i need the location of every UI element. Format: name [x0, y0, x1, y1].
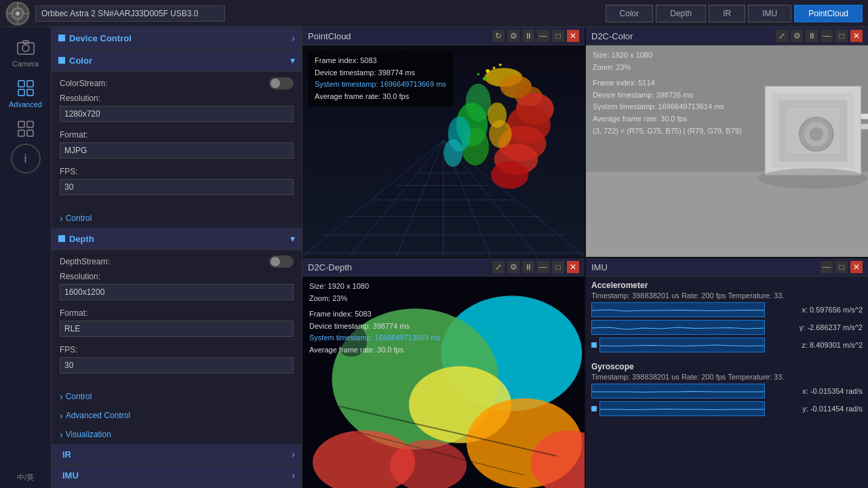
accel-z-value: z: 8.409301 m/s^2	[768, 341, 863, 349]
color-resolution-select[interactable]: 868x488	[60, 106, 294, 122]
sidebar-item-camera[interactable]: Camera	[5, 33, 46, 73]
svg-point-38	[491, 161, 529, 189]
gyro-x-graph	[591, 384, 765, 399]
d2c-color-minimize-btn[interactable]: —	[821, 30, 833, 42]
pointcloud-panel-controls: ↻ ⚙ ⏸ — □ ✕	[492, 30, 579, 42]
svg-rect-11	[27, 81, 33, 87]
d2c-depth-maximize-btn[interactable]: □	[552, 261, 564, 273]
d2c-color-panel-controls: ⤢ ⚙ ⏸ — □ ✕	[776, 30, 863, 42]
color-fps-label: FPS:	[60, 167, 294, 176]
d2c-color-panel-title: D2C-Color	[591, 31, 772, 41]
device-selector[interactable]: Orbbec Astra 2 SN#AARJ33D005F USB3.0	[35, 5, 225, 22]
depth-section-header[interactable]: Depth ▾	[52, 228, 302, 250]
imu-maximize-btn[interactable]: □	[835, 261, 848, 273]
depth-stream-toggle[interactable]	[269, 256, 294, 268]
d2c-color-frame-index: Frame index: 5114	[593, 77, 742, 89]
d2c-depth-minimize-btn[interactable]: —	[537, 261, 549, 273]
d2c-depth-panel-content: Size: 1920 x 1080 Zoom: 23% Frame index:…	[302, 277, 585, 488]
sidebar-item-advanced[interactable]: Advanced	[5, 73, 46, 114]
d2c-depth-system-ts: System timestamp: 1696649713669 ms	[309, 332, 441, 344]
svg-rect-17	[27, 130, 33, 136]
tab-depth[interactable]: Depth	[656, 5, 706, 22]
svg-rect-61	[861, 114, 868, 119]
accel-y-row: y: -2.686237 m/s^2	[591, 320, 863, 335]
tab-color[interactable]: Color	[606, 5, 654, 22]
color-format-select[interactable]: MJPG	[60, 142, 294, 159]
pointcloud-close-btn[interactable]: ✕	[567, 30, 579, 42]
pointcloud-system-ts: System timestamp: 1696649713669 ms	[315, 79, 446, 91]
d2c-depth-expand-btn[interactable]: ⤢	[492, 261, 505, 273]
svg-rect-10	[18, 81, 24, 87]
svg-point-46	[486, 69, 490, 73]
d2c-color-close-btn[interactable]: ✕	[850, 30, 863, 42]
d2c-depth-panel-controls: ⤢ ⚙ ⏸ — □ ✕	[492, 261, 579, 273]
imu-minimize-btn[interactable]: —	[821, 261, 833, 273]
pointcloud-refresh-btn[interactable]: ↻	[492, 30, 505, 42]
imu-nav-item[interactable]: IMU ›	[52, 465, 302, 486]
d2c-color-panel-header: D2C-Color ⤢ ⚙ ⏸ — □ ✕	[586, 27, 868, 45]
sidebar-item-grid[interactable]	[5, 114, 46, 144]
depth-advanced-control-label: Advanced Control	[66, 411, 130, 420]
tab-ir[interactable]: IR	[709, 5, 745, 22]
tab-imu[interactable]: IMU	[748, 5, 791, 22]
svg-point-45	[489, 120, 511, 148]
stream-tabs: Color Depth IR IMU PointCloud	[606, 5, 863, 22]
imu-close-btn[interactable]: ✕	[850, 261, 863, 273]
svg-point-8	[22, 45, 29, 52]
d2c-depth-pause-btn[interactable]: ⏸	[522, 261, 534, 273]
pointcloud-maximize-btn[interactable]: □	[552, 30, 564, 42]
pointcloud-pause-btn[interactable]: ⏸	[522, 30, 534, 42]
depth-visualization-subsection[interactable]: Visualization	[52, 425, 302, 444]
depth-section-arrow: ▾	[290, 233, 295, 244]
pointcloud-settings-btn[interactable]: ⚙	[507, 30, 519, 42]
accel-z-dot	[591, 342, 597, 348]
color-stream-row: ColorStream:	[60, 77, 294, 89]
color-format-label: Format:	[60, 130, 294, 140]
depth-fps-select[interactable]: 30	[60, 357, 294, 373]
color-resolution-label: Resolution:	[60, 94, 294, 103]
d2c-color-settings-btn[interactable]: ⚙	[791, 30, 803, 42]
sidebar-info-button[interactable]: i	[11, 144, 41, 174]
d2c-depth-close-btn[interactable]: ✕	[567, 261, 579, 273]
d2c-color-maximize-btn[interactable]: □	[835, 30, 848, 42]
app-logo	[5, 1, 30, 26]
gyro-title: Gyroscope	[591, 362, 863, 371]
depth-format-label: Format:	[60, 308, 294, 318]
d2c-depth-info: Size: 1920 x 1080 Zoom: 23% Frame index:…	[302, 277, 448, 361]
color-section-arrow: ▾	[290, 55, 295, 66]
accel-z-graph	[599, 338, 765, 352]
d2c-depth-size: Size: 1920 x 1080	[309, 281, 441, 293]
d2c-color-pause-btn[interactable]: ⏸	[806, 30, 818, 42]
d2c-depth-panel: D2C-Depth ⤢ ⚙ ⏸ — □ ✕	[302, 258, 585, 488]
pointcloud-device-ts: Device timestamp: 398774 ms	[315, 67, 446, 79]
depth-advanced-control-subsection[interactable]: Advanced Control	[52, 406, 302, 425]
ir-nav-item[interactable]: IR ›	[52, 444, 302, 465]
d2c-color-panel-content: Size: 1920 x 1080 Zoom: 23% Frame index:…	[586, 45, 868, 257]
color-stream-toggle[interactable]	[269, 77, 294, 89]
depth-format-select[interactable]: RLE	[60, 321, 294, 337]
d2c-color-expand-btn[interactable]: ⤢	[776, 30, 788, 42]
sidebar-lang-toggle[interactable]: 中/英	[12, 467, 39, 488]
pointcloud-minimize-btn[interactable]: —	[537, 30, 549, 42]
depth-resolution-select[interactable]: 1600x1200	[60, 284, 294, 300]
d2c-depth-settings-btn[interactable]: ⚙	[507, 261, 519, 273]
device-control-arrow: ›	[292, 33, 295, 43]
d2c-depth-panel-header: D2C-Depth ⤢ ⚙ ⏸ — □ ✕	[302, 258, 585, 277]
d2c-color-panel: D2C-Color ⤢ ⚙ ⏸ — □ ✕	[586, 27, 868, 257]
color-section-title: Color	[69, 56, 92, 66]
tab-pointcloud[interactable]: PointCloud	[794, 5, 863, 22]
color-control-subsection[interactable]: Control	[52, 209, 302, 228]
color-section-body: ColorStream: Resolution: 868x488 Format…	[52, 72, 302, 209]
imu-label: IMU	[62, 470, 79, 481]
depth-section-body: DepthStream: Resolution: 1600x1200 Forma…	[52, 250, 302, 387]
svg-rect-16	[18, 130, 24, 136]
svg-rect-15	[27, 121, 33, 127]
color-section-header[interactable]: Color ▾	[52, 49, 302, 72]
main-layout: Camera Advanced i 中/英	[0, 27, 868, 488]
device-control-header[interactable]: Device Control ›	[52, 27, 302, 49]
depth-control-subsection[interactable]: Control	[52, 387, 302, 406]
gyro-y-row: y: -0.011454 rad/s	[591, 401, 863, 416]
color-fps-select[interactable]: 30	[60, 179, 294, 195]
device-control-indicator	[58, 35, 65, 41]
svg-rect-14	[18, 121, 24, 127]
